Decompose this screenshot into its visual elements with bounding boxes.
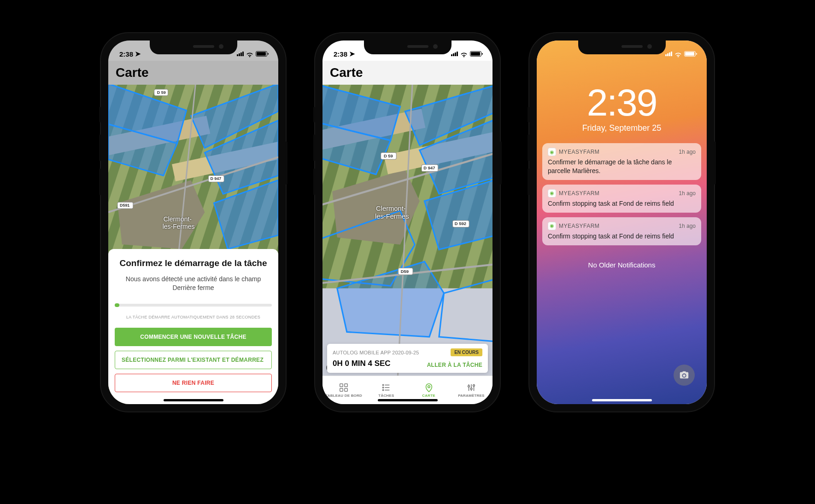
- tab-label: TÂCHES: [378, 394, 394, 398]
- svg-rect-54: [345, 388, 347, 391]
- status-time: 2:38: [119, 50, 133, 58]
- location-arrow-icon: ➤: [349, 50, 355, 58]
- camera-icon: [679, 370, 689, 380]
- notification-timestamp: 1h ago: [679, 190, 696, 197]
- svg-text:D 59: D 59: [384, 153, 393, 158]
- home-indicator[interactable]: [164, 399, 223, 401]
- countdown-caption: LA TÂCHE DÉMARRE AUTOMATIQUEMENT DANS 28…: [115, 315, 272, 319]
- wifi-icon: [246, 51, 253, 57]
- svg-text:D 947: D 947: [423, 165, 435, 170]
- signal-icon: [665, 52, 672, 56]
- battery-icon: [684, 51, 696, 57]
- lock-date: Friday, September 25: [537, 123, 707, 133]
- current-task-card[interactable]: AUTOLOG MOBILE APP 2020-09-25 EN COURS 0…: [327, 344, 488, 373]
- tab-label: PARAMÈTRES: [458, 394, 484, 398]
- lock-time: 2:39: [537, 81, 707, 124]
- notification-timestamp: 1h ago: [679, 149, 696, 155]
- task-timer: 0H 0 MIN 4 SEC: [333, 359, 391, 368]
- sliders-icon: [466, 382, 476, 393]
- task-status-badge: EN COURS: [451, 348, 482, 356]
- camera-shortcut-button[interactable]: [674, 365, 695, 386]
- lock-screen[interactable]: 2:39 Friday, September 25 ◉ MYEASYFARM 1…: [537, 41, 707, 404]
- phone-mock-1: 2:38 ➤ Carte: [100, 32, 287, 412]
- task-confirm-sheet: Confirmez le démarrage de la tâche Nous …: [108, 249, 278, 404]
- notification-card[interactable]: ◉ MYEASYFARM 1h ago Confirmer le démarra…: [542, 143, 701, 180]
- signal-icon: [237, 52, 244, 56]
- svg-text:D 59: D 59: [157, 90, 166, 95]
- tab-dashboard[interactable]: TABLEAU DE BORD: [322, 376, 365, 404]
- phone-mock-3: 2:39 Friday, September 25 ◉ MYEASYFARM 1…: [528, 32, 715, 412]
- battery-icon: [470, 51, 481, 57]
- notification-app-name: MYEASYFARM: [559, 190, 676, 197]
- dashboard-icon: [339, 382, 349, 393]
- app-icon: ◉: [548, 189, 556, 197]
- svg-text:D 947: D 947: [210, 176, 221, 181]
- map-pin-icon: [424, 382, 434, 393]
- phone-mock-2: 2:38 ➤ Carte: [314, 32, 501, 412]
- notification-timestamp: 1h ago: [679, 223, 696, 229]
- sheet-title: Confirmez le démarrage de la tâche: [115, 258, 272, 268]
- wifi-icon: [460, 51, 468, 57]
- svg-text:D591: D591: [120, 203, 129, 208]
- svg-rect-52: [345, 384, 347, 387]
- no-older-notifications-label: No Older Notifications: [537, 261, 707, 269]
- select-existing-button[interactable]: SÉLECTIONNEZ PARMI L'EXISTANT ET DÉMARRE…: [115, 351, 272, 369]
- app-icon: ◉: [548, 222, 556, 230]
- page-header: Carte: [322, 61, 493, 85]
- notification-body: Confirmer le démarrage de la tâche dans …: [548, 158, 696, 175]
- tasks-icon: [381, 382, 391, 393]
- page-title: Carte: [330, 65, 363, 80]
- notification-card[interactable]: ◉ MYEASYFARM 1h ago Confirm stopping tas…: [542, 217, 701, 245]
- notification-body: Confirm stopping task at Fond de reims f…: [548, 232, 696, 241]
- home-indicator[interactable]: [592, 399, 652, 401]
- start-new-task-button[interactable]: COMMENCER UNE NOUVELLE TÂCHE: [115, 328, 272, 346]
- app-icon: ◉: [548, 148, 556, 156]
- wifi-icon: [674, 51, 682, 57]
- svg-point-55: [383, 384, 384, 385]
- signal-icon: [451, 52, 458, 56]
- do-nothing-button[interactable]: NE RIEN FAIRE: [115, 374, 272, 392]
- notification-card[interactable]: ◉ MYEASYFARM 1h ago Confirm stopping tas…: [542, 185, 701, 213]
- go-to-task-link[interactable]: ALLER À LA TÂCHE: [427, 362, 482, 368]
- svg-point-59: [383, 389, 384, 390]
- svg-point-61: [428, 386, 430, 388]
- task-label: AUTOLOG MOBILE APP 2020-09-25: [333, 350, 419, 355]
- home-indicator[interactable]: [378, 399, 438, 401]
- notification-list: ◉ MYEASYFARM 1h ago Confirmer le démarra…: [542, 143, 701, 245]
- svg-text:les-Fermes: les-Fermes: [375, 213, 409, 220]
- notification-app-name: MYEASYFARM: [559, 149, 676, 155]
- map-view[interactable]: D 59 D 947 D 592 D59 Clermont- les-Ferme…: [322, 85, 493, 376]
- svg-rect-51: [340, 384, 343, 387]
- svg-point-57: [383, 387, 384, 388]
- svg-point-63: [468, 385, 470, 387]
- notification-app-name: MYEASYFARM: [559, 223, 676, 229]
- svg-text:Clermont-: Clermont-: [376, 205, 406, 212]
- svg-text:les-Fermes: les-Fermes: [163, 223, 195, 230]
- svg-point-67: [473, 385, 475, 387]
- tab-settings[interactable]: PARAMÈTRES: [450, 376, 493, 404]
- svg-text:D59: D59: [401, 269, 409, 274]
- svg-text:Clermont-: Clermont-: [164, 215, 192, 223]
- location-arrow-icon: ➤: [135, 50, 141, 58]
- notification-body: Confirm stopping task at Fond de reims f…: [548, 199, 696, 208]
- tab-label: TABLEAU DE BORD: [325, 394, 362, 398]
- status-time: 2:38: [334, 50, 347, 58]
- svg-point-65: [470, 388, 472, 390]
- tab-label: CARTE: [422, 394, 435, 398]
- battery-icon: [256, 51, 267, 57]
- countdown-progress: [115, 304, 272, 307]
- svg-text:D 592: D 592: [455, 221, 466, 226]
- sheet-subtitle: Nous avons détecté une activité dans le …: [115, 275, 272, 293]
- svg-rect-53: [340, 388, 343, 391]
